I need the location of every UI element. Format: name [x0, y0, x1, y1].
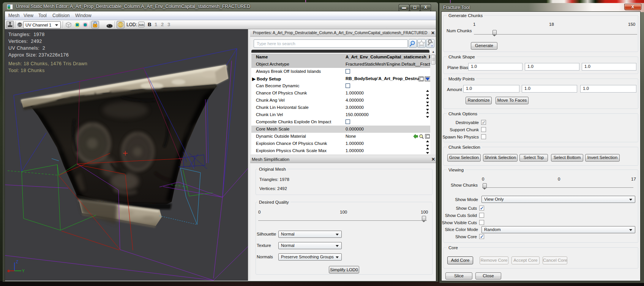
svg-text:Y: Y — [22, 269, 25, 273]
svg-text:UV: UV — [18, 24, 22, 26]
svg-text:Z: Z — [16, 260, 18, 264]
svg-text:❋: ❋ — [7, 269, 10, 273]
